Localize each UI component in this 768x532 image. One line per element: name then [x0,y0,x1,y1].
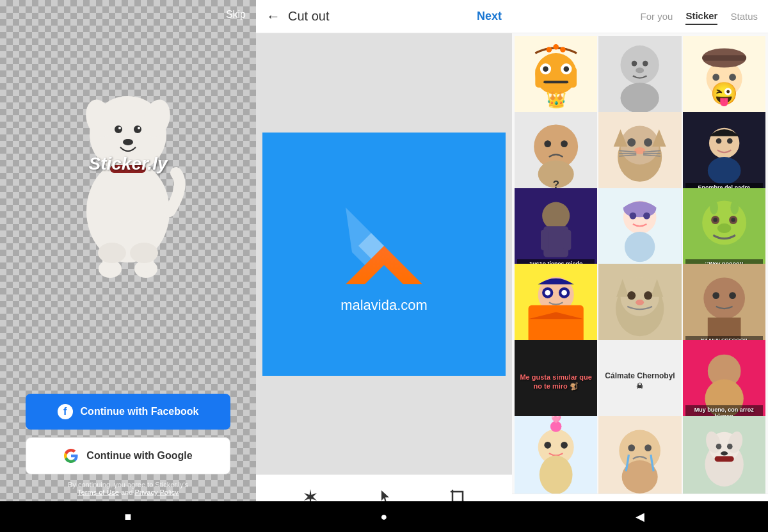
svg-point-33 [643,61,648,67]
svg-point-117 [544,442,551,449]
google-login-button[interactable]: Continue with Google [26,437,230,474]
google-icon [63,448,79,463]
svg-point-31 [621,83,659,113]
svg-text:😜: 😜 [710,81,739,107]
svg-point-100 [628,292,636,300]
sticker-item[interactable]: 😜 [683,36,765,118]
svg-point-74 [630,212,637,219]
svg-point-25 [547,47,552,52]
svg-point-101 [644,292,652,300]
tab-sticker[interactable]: Sticker [685,8,717,25]
calmante-text: Cálmate Chernobyl ☠ [598,340,681,423]
sticker-item[interactable]: ? [515,112,597,195]
svg-point-124 [645,444,652,451]
svg-point-53 [628,138,636,147]
svg-point-102 [636,300,644,306]
svg-point-23 [564,66,570,72]
sticker-item[interactable] [598,264,681,346]
sticker-item[interactable]: ¡¡Wey noooo!! [683,188,765,271]
skip-button[interactable]: Skip [226,9,246,20]
svg-point-86 [731,218,735,222]
sticker-item[interactable]: 🩷 [515,416,597,494]
svg-text:🩷: 🩷 [551,416,562,424]
svg-point-65 [727,138,733,144]
sticker-item[interactable]: Cálmate Chernobyl ☠ [598,340,681,423]
terms-text: By continuing, you agree to Sticker.ly's… [0,481,256,496]
sticker-item[interactable]: 👑 [515,36,597,118]
terms-of-use-link[interactable]: Terms of Use [77,488,119,496]
svg-point-87 [717,223,732,233]
svg-point-64 [716,138,721,144]
svg-point-68 [542,202,570,229]
me-gusta-text: Me gusta simular que no te miro 🐒 [515,340,597,423]
svg-point-45 [561,140,568,147]
image-preview: malavida.com [262,133,506,376]
svg-point-106 [729,293,736,300]
sticker-item[interactable] [598,416,681,494]
svg-point-118 [561,442,568,449]
svg-point-22 [543,66,548,72]
sticker-item[interactable] [598,36,681,118]
gallery-back-btn[interactable]: ◀ [634,510,646,523]
tab-status[interactable]: Status [730,8,758,24]
gallery-square-btn[interactable]: ■ [122,510,134,523]
sticker-item[interactable]: Enombre del padre [683,112,765,195]
svg-point-82 [730,200,739,214]
tab-for-you[interactable]: For you [641,8,673,24]
svg-rect-16 [452,492,463,502]
sticker-item[interactable]: Muy bueno, con arroz blanco [683,340,765,423]
svg-point-93 [561,290,567,296]
svg-point-97 [621,278,659,316]
svg-point-40 [729,74,736,81]
svg-point-133 [721,451,728,455]
svg-point-5 [134,125,141,133]
next-button[interactable]: Next [477,10,502,23]
svg-point-105 [712,293,719,300]
svg-point-66 [707,157,740,184]
svg-point-131 [716,444,721,449]
svg-text:👑: 👑 [546,90,567,109]
svg-point-104 [703,278,745,319]
svg-point-39 [712,74,719,81]
svg-point-92 [545,290,550,296]
svg-rect-24 [543,81,568,83]
facebook-login-button[interactable]: f Continue with Facebook [26,394,230,430]
svg-point-6 [118,127,121,129]
svg-rect-38 [702,55,746,61]
svg-point-75 [643,212,650,219]
svg-point-0 [86,160,170,262]
svg-rect-134 [714,456,733,462]
svg-point-32 [632,61,637,67]
privacy-policy-link[interactable]: Privacy Policy [134,488,178,496]
svg-point-123 [628,444,636,451]
svg-point-8 [123,139,133,145]
malavida-watermark: malavida.com [340,297,428,314]
gallery-home-btn[interactable]: ● [378,510,390,523]
svg-point-119 [540,456,573,494]
malavida-logo [333,195,435,297]
svg-rect-94 [529,305,584,343]
sticker-item[interactable]: SABE [598,188,681,271]
svg-point-4 [115,125,122,133]
svg-point-81 [710,200,718,214]
sticker-item[interactable]: NAAIHII CREOOO!! [683,264,765,346]
svg-point-34 [636,68,644,74]
facebook-icon: f [58,404,73,419]
svg-point-7 [138,127,140,129]
login-panel: Sticker.ly Skip f Continue with Facebook… [0,0,256,532]
svg-point-27 [560,47,566,52]
sticker-item[interactable] [515,264,597,346]
editor-canvas[interactable]: malavida.com [256,33,512,474]
svg-point-26 [553,44,559,50]
auth-buttons: f Continue with Facebook Continue with G… [0,394,256,474]
gallery-nav-bar: ■ ● ◀ [0,501,768,532]
sticker-item[interactable] [683,416,765,494]
gallery-tabs: For you Sticker Status [512,0,768,33]
editor-title: Cut out [288,9,469,24]
svg-point-54 [644,138,652,147]
sticker-item[interactable]: 1us1o tienes miedo [515,188,597,271]
sticker-item[interactable] [598,112,681,195]
back-button[interactable]: ← [266,8,280,25]
svg-rect-70 [541,229,549,250]
sticker-item[interactable]: Me gusta simular que no te miro 🐒 [515,340,597,423]
